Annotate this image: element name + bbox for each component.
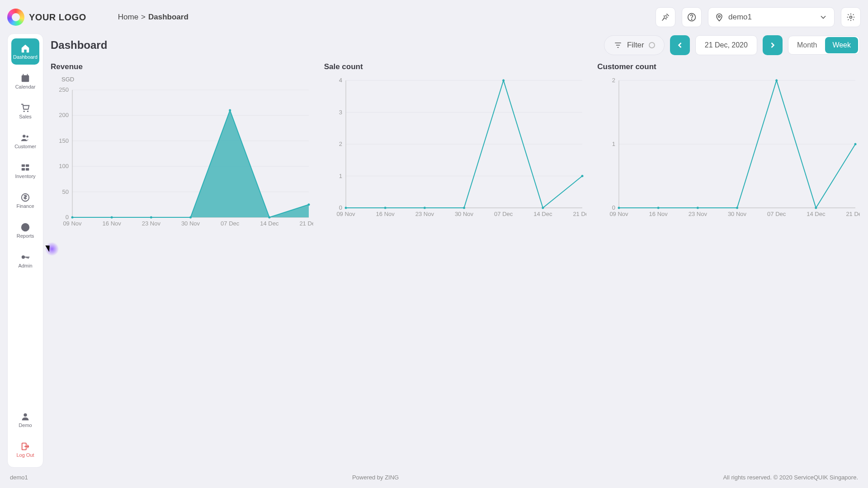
svg-rect-10 bbox=[22, 164, 25, 167]
svg-point-40 bbox=[111, 216, 113, 219]
svg-text:09 Nov: 09 Nov bbox=[336, 211, 355, 217]
logo-icon bbox=[7, 9, 24, 26]
user-icon bbox=[20, 412, 30, 422]
date-display[interactable]: 21 Dec, 2020 bbox=[695, 35, 757, 55]
location-select[interactable]: demo1 bbox=[708, 7, 835, 27]
breadcrumb-current: Dashboard bbox=[148, 13, 189, 22]
svg-text:14 Dec: 14 Dec bbox=[807, 211, 826, 217]
customer-chart: Customer count 01209 Nov16 Nov23 Nov30 N… bbox=[597, 62, 860, 230]
svg-point-6 bbox=[24, 111, 25, 112]
svg-point-89 bbox=[697, 207, 699, 209]
sidebar-item-logout[interactable]: Log Out bbox=[11, 436, 39, 463]
breadcrumb-sep: > bbox=[141, 13, 146, 22]
sidebar-item-reports[interactable]: Reports bbox=[11, 217, 39, 244]
svg-rect-11 bbox=[26, 164, 29, 167]
filter-button[interactable]: Filter bbox=[604, 35, 665, 55]
sidebar-item-label: Demo bbox=[19, 422, 32, 428]
chevron-right-icon bbox=[768, 41, 777, 50]
customer-svg: 01209 Nov16 Nov23 Nov30 Nov07 Dec14 Dec2… bbox=[597, 76, 860, 221]
filter-label: Filter bbox=[627, 41, 644, 50]
gear-icon bbox=[846, 13, 855, 22]
sidebar-item-label: Inventory bbox=[15, 174, 35, 179]
svg-text:09 Nov: 09 Nov bbox=[63, 220, 82, 227]
svg-text:16 Nov: 16 Nov bbox=[103, 220, 122, 227]
svg-text:14 Dec: 14 Dec bbox=[260, 220, 279, 227]
sidebar-item-calendar[interactable]: Calendar bbox=[11, 68, 39, 94]
svg-point-43 bbox=[229, 109, 231, 112]
svg-text:23 Nov: 23 Nov bbox=[142, 220, 161, 227]
sidebar-item-dashboard[interactable]: Dashboard bbox=[11, 38, 39, 65]
svg-text:1: 1 bbox=[339, 173, 342, 179]
sidebar-item-label: Finance bbox=[16, 203, 34, 209]
pin-icon bbox=[661, 13, 670, 22]
revenue-svg: 05010015020025009 Nov16 Nov23 Nov30 Nov0… bbox=[51, 85, 313, 230]
pin-button[interactable] bbox=[656, 7, 675, 27]
svg-text:14 Dec: 14 Dec bbox=[533, 211, 552, 217]
svg-text:07 Dec: 07 Dec bbox=[221, 220, 240, 227]
svg-text:16 Nov: 16 Nov bbox=[649, 211, 668, 217]
calendar-icon bbox=[20, 73, 30, 83]
svg-text:21 Dec: 21 Dec bbox=[299, 220, 313, 227]
sidebar-item-inventory[interactable]: Inventory bbox=[11, 158, 39, 184]
breadcrumb-home[interactable]: Home bbox=[118, 13, 138, 22]
svg-rect-13 bbox=[26, 168, 29, 171]
svg-text:30 Nov: 30 Nov bbox=[181, 220, 200, 227]
svg-text:100: 100 bbox=[59, 163, 69, 169]
inventory-icon bbox=[20, 163, 30, 173]
svg-text:200: 200 bbox=[59, 112, 69, 118]
svg-point-91 bbox=[776, 80, 778, 82]
svg-point-90 bbox=[736, 207, 738, 209]
logo-text: YOUR LOGO bbox=[29, 12, 86, 23]
sidebar-item-customer[interactable]: Customer bbox=[11, 128, 39, 154]
date-next-button[interactable] bbox=[763, 35, 783, 55]
sidebar-item-admin[interactable]: Admin bbox=[11, 247, 39, 273]
svg-point-15 bbox=[22, 255, 25, 258]
filter-icon bbox=[613, 41, 623, 50]
help-button[interactable] bbox=[682, 7, 702, 27]
svg-text:1: 1 bbox=[612, 141, 615, 147]
users-icon bbox=[20, 133, 30, 143]
svg-rect-12 bbox=[22, 168, 25, 171]
svg-point-7 bbox=[27, 111, 28, 112]
svg-point-41 bbox=[150, 216, 152, 219]
svg-text:0: 0 bbox=[66, 214, 69, 221]
svg-point-3 bbox=[850, 16, 852, 19]
chevron-down-icon bbox=[819, 13, 828, 22]
period-toggle: Month Week bbox=[788, 36, 860, 55]
chevron-left-icon bbox=[675, 41, 684, 50]
sale-svg: 0123409 Nov16 Nov23 Nov30 Nov07 Dec14 De… bbox=[324, 76, 587, 221]
svg-text:150: 150 bbox=[59, 137, 69, 144]
svg-text:16 Nov: 16 Nov bbox=[376, 211, 395, 217]
sidebar-item-label: Reports bbox=[17, 233, 34, 239]
sidebar-item-sales[interactable]: Sales bbox=[11, 98, 39, 124]
svg-point-16 bbox=[24, 413, 27, 417]
sidebar-item-finance[interactable]: Finance bbox=[11, 188, 39, 214]
page-title: Dashboard bbox=[51, 39, 107, 52]
svg-text:3: 3 bbox=[339, 109, 342, 116]
settings-button[interactable] bbox=[841, 7, 861, 27]
breadcrumb[interactable]: Home > Dashboard bbox=[118, 13, 189, 22]
sidebar-item-label: Log Out bbox=[16, 452, 34, 458]
svg-text:21 Dec: 21 Dec bbox=[846, 211, 860, 217]
svg-text:30 Nov: 30 Nov bbox=[455, 211, 474, 217]
svg-point-1 bbox=[691, 19, 692, 19]
footer: demo1 Powered by ZING All rights reserve… bbox=[7, 472, 861, 483]
revenue-chart: Revenue SGD 05010015020025009 Nov16 Nov2… bbox=[51, 62, 313, 230]
chart-currency: SGD bbox=[61, 76, 313, 83]
location-icon bbox=[715, 13, 724, 22]
svg-point-69 bbox=[502, 80, 505, 82]
svg-point-66 bbox=[384, 207, 386, 209]
footer-left: demo1 bbox=[10, 474, 28, 481]
pie-icon bbox=[20, 222, 30, 232]
sidebar-item-demo[interactable]: Demo bbox=[11, 407, 39, 433]
svg-point-92 bbox=[815, 207, 817, 209]
svg-text:4: 4 bbox=[339, 77, 342, 84]
svg-point-45 bbox=[308, 203, 310, 206]
period-month[interactable]: Month bbox=[790, 37, 824, 53]
sidebar-item-label: Admin bbox=[18, 263, 32, 268]
dollar-icon bbox=[20, 192, 30, 202]
svg-point-2 bbox=[718, 15, 720, 17]
period-week[interactable]: Week bbox=[825, 37, 858, 53]
logo[interactable]: YOUR LOGO bbox=[7, 9, 86, 26]
date-prev-button[interactable] bbox=[670, 35, 690, 55]
